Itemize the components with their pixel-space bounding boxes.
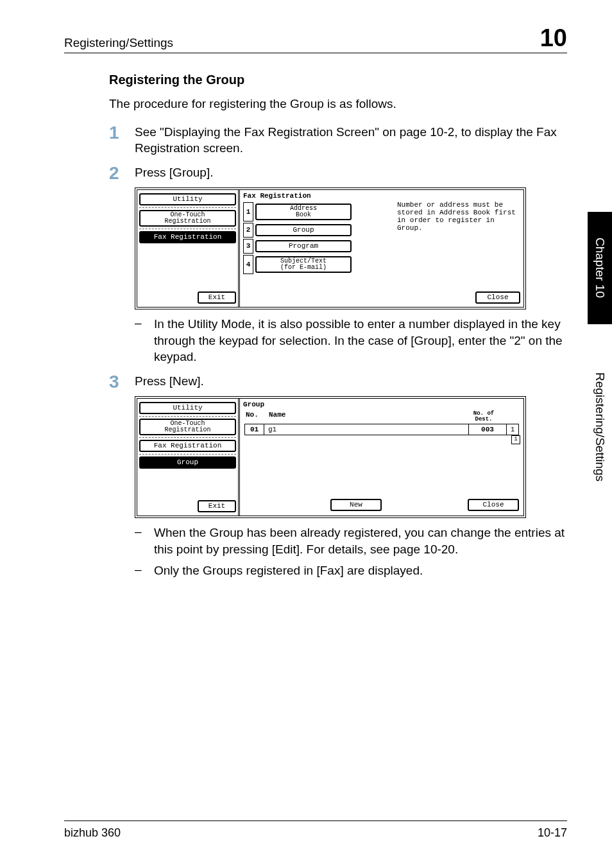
one-touch-registration-button[interactable]: One-Touch Registration [139,419,236,435]
step-number-2: 2 [109,164,135,182]
panel-help-message: Number or address must be stored in Addr… [392,201,520,275]
side-tab-section: Registering/Settings [588,324,612,530]
row-number: 01 [245,424,264,435]
panel-title: Fax Registration [243,192,520,201]
panel-group: Utility One-Touch Registration Fax Regis… [135,396,526,518]
scroll-total[interactable]: 1 [511,435,520,444]
column-header-dest: No. of Dest. [461,411,506,422]
close-button[interactable]: Close [468,499,519,511]
footer-page-number: 10-17 [538,826,567,840]
panel-fax-registration: Utility One-Touch Registration Fax Regis… [135,187,526,309]
step-text-1: See "Displaying the Fax Registration Scr… [135,124,567,157]
step-number-3: 3 [109,373,135,391]
fax-registration-button[interactable]: Fax Registration [139,231,236,243]
group-list-row[interactable]: 01 g1 003 1 [244,424,519,435]
group-tab-button[interactable]: Group [139,456,236,469]
step-text-2: Press [Group]. [135,164,567,182]
header-chapter-number: 10 [540,26,567,50]
note-already-registered: When the Group has been already register… [154,525,567,557]
note-only-fax-groups: Only the Groups registered in [Fax] are … [154,562,567,579]
row-dest-count: 003 [468,424,507,435]
program-button[interactable]: Program [255,240,352,252]
exit-button[interactable]: Exit [198,500,236,512]
exit-button[interactable]: Exit [198,291,236,304]
subject-text-button[interactable]: Subject/Text (for E-mail) [255,256,352,273]
row-page-indicator: 1 [507,424,518,435]
column-header-no: No. [246,411,269,422]
section-title: Registering the Group [109,73,567,87]
group-button[interactable]: Group [255,224,352,236]
step-text-3: Press [New]. [135,373,567,391]
utility-button[interactable]: Utility [139,402,236,414]
panel-title: Group [243,401,520,410]
side-tab-chapter: Chapter 10 [588,212,612,324]
utility-button[interactable]: Utility [139,193,236,205]
new-button[interactable]: New [330,499,382,511]
one-touch-registration-button[interactable]: One-Touch Registration [139,210,236,227]
note-utility-mode: In the Utility Mode, it is also possible… [154,316,567,365]
row-name: g1 [264,424,468,435]
intro-text: The procedure for registering the Group … [109,96,567,112]
list-dash: – [135,562,154,579]
footer-model: bizhub 360 [64,826,121,840]
step-number-1: 1 [109,124,135,157]
close-button[interactable]: Close [475,291,520,304]
list-dash: – [135,525,154,557]
address-book-button[interactable]: Address Book [255,204,352,220]
column-header-name: Name [269,411,461,422]
header-section: Registering/Settings [64,36,173,50]
list-dash: – [135,316,154,365]
fax-registration-button[interactable]: Fax Registration [139,440,236,452]
